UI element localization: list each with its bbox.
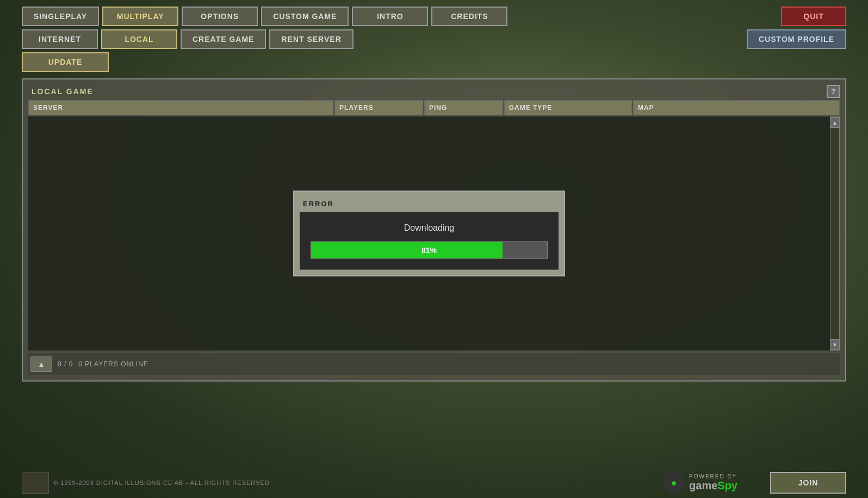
- update-button[interactable]: UPDATE: [22, 52, 109, 72]
- join-button[interactable]: JOIN: [770, 472, 846, 494]
- panel-header: ? LOCAL GAME: [28, 85, 840, 100]
- copyright-text: © 1999-2003 DIGITAL ILLUSIONS CE AB - AL…: [53, 479, 270, 486]
- progress-container: 81%: [311, 242, 548, 259]
- rent-server-button[interactable]: RENT SERVER: [269, 29, 353, 49]
- error-dialog: ERROR Downloading 81%: [293, 191, 565, 276]
- scrollbar[interactable]: ▲ ▼: [830, 116, 840, 351]
- gamespy-text-block: POWERED BY gameSpy: [689, 474, 737, 492]
- spy-part: Spy: [717, 479, 737, 491]
- col-map[interactable]: MAP: [633, 100, 840, 115]
- score-text: 0 / 0: [58, 360, 73, 368]
- gamespy-name: gameSpy: [689, 479, 737, 492]
- nav-row-2: INTERNET LOCAL CREATE GAME RENT SERVER C…: [0, 26, 868, 49]
- footer: © 1999-2003 DIGITAL ILLUSIONS CE AB - AL…: [0, 468, 868, 498]
- scroll-up-button[interactable]: ▲: [830, 117, 840, 128]
- table-header: SERVER PLAYERS PING GAME TYPE MAP: [28, 100, 840, 115]
- custom-profile-button[interactable]: CUSTOM PROFILE: [747, 29, 846, 49]
- progress-label: 81%: [311, 242, 547, 259]
- gamespy-logo: ● POWERED BY gameSpy: [663, 472, 737, 494]
- error-body: Downloading 81%: [300, 212, 559, 270]
- server-list-wrapper: ERROR Downloading 81% ▲ ▼: [28, 116, 840, 351]
- gamespy-icon: ●: [663, 472, 685, 494]
- col-server[interactable]: SERVER: [28, 100, 333, 115]
- main-panel: ? LOCAL GAME SERVER PLAYERS PING GAME TY…: [22, 78, 846, 382]
- players-online-text: 0 PLAYERS ONLINE: [78, 360, 148, 368]
- help-button[interactable]: ?: [827, 85, 840, 98]
- internet-button[interactable]: INTERNET: [22, 29, 98, 49]
- col-ping[interactable]: PING: [424, 100, 503, 115]
- intro-button[interactable]: INTRO: [352, 7, 428, 26]
- col-players[interactable]: PLAYERS: [334, 100, 423, 115]
- panel-bottom: ▲ 0 / 0 0 PLAYERS ONLINE: [28, 353, 840, 375]
- scroll-down-button[interactable]: ▼: [830, 339, 840, 350]
- options-button[interactable]: OPTIONS: [182, 7, 258, 26]
- thumbnail-image: [22, 472, 49, 494]
- panel-title: LOCAL GAME: [28, 85, 840, 100]
- nav-row-1: SINGLEPLAY MULTIPLAY OPTIONS CUSTOM GAME…: [0, 0, 868, 26]
- multiplay-button[interactable]: MULTIPLAY: [102, 7, 178, 26]
- game-part: game: [689, 479, 717, 491]
- scroll-track[interactable]: [830, 128, 839, 339]
- downloading-text: Downloading: [404, 223, 455, 233]
- nav-row-3: UPDATE: [0, 49, 868, 72]
- custom-game-button[interactable]: CUSTOM GAME: [261, 7, 349, 26]
- local-button[interactable]: LOCAL: [101, 29, 177, 49]
- server-list[interactable]: ERROR Downloading 81%: [28, 116, 830, 351]
- error-title: ERROR: [300, 198, 559, 212]
- quit-button[interactable]: QUIT: [781, 7, 846, 26]
- create-game-button[interactable]: CREATE GAME: [181, 29, 266, 49]
- credits-button[interactable]: CREDITS: [431, 7, 507, 26]
- sort-arrow-button[interactable]: ▲: [30, 356, 52, 372]
- powered-by-text: POWERED BY: [689, 474, 737, 479]
- col-gametype[interactable]: GAME TYPE: [504, 100, 632, 115]
- singleplay-button[interactable]: SINGLEPLAY: [22, 7, 99, 26]
